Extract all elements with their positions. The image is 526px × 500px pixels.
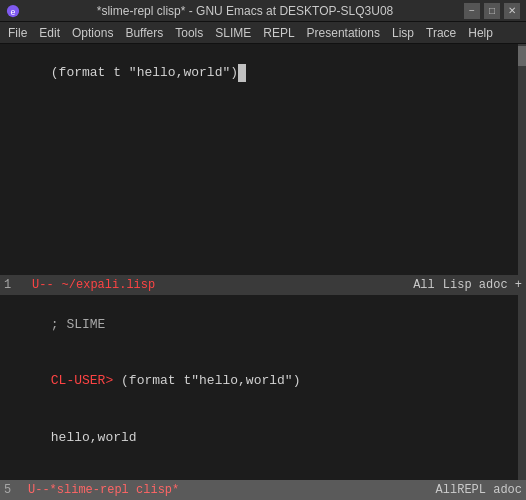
bottom-position: All xyxy=(436,483,458,497)
repl-output-text-1: hello,world xyxy=(51,430,137,445)
menu-item-menu-help[interactable]: Help xyxy=(462,24,499,42)
line-number: 1 xyxy=(4,278,24,292)
top-scrollbar[interactable] xyxy=(518,44,526,275)
position: All xyxy=(413,278,435,292)
maximize-button[interactable]: □ xyxy=(484,3,500,19)
bottom-modes: REPL adoc xyxy=(457,483,522,497)
editor-line: (format t "hello,world") xyxy=(4,46,522,101)
repl-output-nil: NIL xyxy=(4,467,522,480)
repl-input-line: CL-USER> (format t"hello,world") xyxy=(4,354,522,411)
modes: Lisp adoc + xyxy=(443,278,522,292)
close-button[interactable]: ✕ xyxy=(504,3,520,19)
bottom-scrollbar[interactable] xyxy=(518,295,526,480)
editor-code: (format t "hello,world") xyxy=(51,65,238,80)
repl-prompt-1: CL-USER> xyxy=(51,373,121,388)
svg-text:e: e xyxy=(11,6,16,16)
repl-code-1: (format t"hello,world") xyxy=(121,373,300,388)
menu-item-menu-tools[interactable]: Tools xyxy=(169,24,209,42)
menu-item-menu-trace[interactable]: Trace xyxy=(420,24,462,42)
bottom-pane: ; SLIME CL-USER> (format t"hello,world")… xyxy=(0,295,526,480)
menu-item-menu-options[interactable]: Options xyxy=(66,24,119,42)
top-mode-line: 1 U-- ~/expali.lisp All Lisp adoc + xyxy=(0,275,526,295)
title-bar: e *slime-repl clisp* - GNU Emacs at DESK… xyxy=(0,0,526,22)
modified-indicator: U-- xyxy=(32,278,54,292)
menu-item-menu-buffers[interactable]: Buffers xyxy=(119,24,169,42)
bottom-modified: U-- xyxy=(28,483,50,497)
repl-output-hello: hello,world xyxy=(4,410,522,467)
menu-item-menu-presentations[interactable]: Presentations xyxy=(301,24,386,42)
bottom-mode-line: 5 U-- *slime-repl clisp* All REPL adoc xyxy=(0,480,526,500)
scrollbar-thumb xyxy=(518,46,526,66)
emacs-icon: e xyxy=(6,4,20,18)
window-controls: − □ ✕ xyxy=(464,3,520,19)
filename: ~/expali.lisp xyxy=(62,278,156,292)
menu-bar: FileEditOptionsBuffersToolsSLIMEREPLPres… xyxy=(0,22,526,44)
bottom-line-number: 5 xyxy=(4,483,24,497)
minimize-button[interactable]: − xyxy=(464,3,480,19)
menu-item-menu-repl[interactable]: REPL xyxy=(257,24,300,42)
top-pane: (format t "hello,world") xyxy=(0,44,526,275)
menu-item-menu-slime[interactable]: SLIME xyxy=(209,24,257,42)
menu-item-menu-edit[interactable]: Edit xyxy=(33,24,66,42)
repl-comment: ; SLIME xyxy=(51,317,106,332)
window-title: *slime-repl clisp* - GNU Emacs at DESKTO… xyxy=(26,4,464,18)
editor-area: (format t "hello,world") 1 U-- ~/expali.… xyxy=(0,44,526,500)
bottom-filename: *slime-repl clisp* xyxy=(50,483,180,497)
menu-item-menu-file[interactable]: File xyxy=(2,24,33,42)
menu-item-menu-lisp[interactable]: Lisp xyxy=(386,24,420,42)
cursor xyxy=(238,64,246,82)
repl-comment-line: ; SLIME xyxy=(4,297,522,354)
